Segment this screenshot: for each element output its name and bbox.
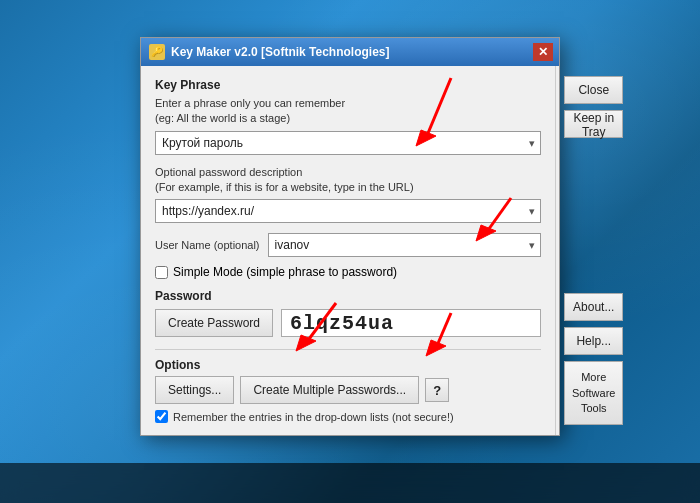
simple-mode-row: Simple Mode (simple phrase to password) <box>155 265 541 279</box>
optional-desc-dropdown-wrapper: https://yandex.ru/ <box>155 199 541 223</box>
titlebar: 🔑 Key Maker v2.0 [Softnik Technologies] … <box>141 38 559 66</box>
about-button[interactable]: About... <box>564 293 623 321</box>
taskbar <box>0 463 700 503</box>
remember-row: Remember the entries in the drop-down li… <box>155 410 541 423</box>
dialog-main-content: Key Phrase Enter a phrase only you can r… <box>141 66 556 436</box>
username-dropdown-wrapper: ivanov <box>268 233 542 257</box>
create-password-button[interactable]: Create Password <box>155 309 273 337</box>
create-multiple-button[interactable]: Create Multiple Passwords... <box>240 376 419 404</box>
help-button[interactable]: Help... <box>564 327 623 355</box>
options-label: Options <box>155 358 541 372</box>
options-buttons-row: Settings... Create Multiple Passwords...… <box>155 376 541 404</box>
dialog-container: 🔑 Key Maker v2.0 [Softnik Technologies] … <box>140 67 560 437</box>
close-x-button[interactable]: ✕ <box>533 43 553 61</box>
remember-checkbox[interactable] <box>155 410 168 423</box>
password-display-field[interactable] <box>281 309 541 337</box>
titlebar-left: 🔑 Key Maker v2.0 [Softnik Technologies] <box>149 44 390 60</box>
simple-mode-checkbox[interactable] <box>155 266 168 279</box>
username-label: User Name (optional) <box>155 238 260 253</box>
close-button[interactable]: Close <box>564 76 623 104</box>
key-phrase-dropdown-wrapper: Крутой пароль <box>155 131 541 155</box>
password-row: Create Password <box>155 309 541 337</box>
more-tools-button[interactable]: MoreSoftwareTools <box>564 361 623 425</box>
remember-label: Remember the entries in the drop-down li… <box>173 411 454 423</box>
simple-mode-label: Simple Mode (simple phrase to password) <box>173 265 397 279</box>
dialog-body: Key Phrase Enter a phrase only you can r… <box>141 66 559 436</box>
app-icon: 🔑 <box>149 44 165 60</box>
help-question-button[interactable]: ? <box>425 378 449 402</box>
optional-desc-desc: Optional password description (For examp… <box>155 165 541 196</box>
key-phrase-label: Key Phrase <box>155 78 541 92</box>
key-phrase-desc: Enter a phrase only you can remember (eg… <box>155 96 541 127</box>
settings-button[interactable]: Settings... <box>155 376 234 404</box>
key-phrase-dropdown[interactable]: Крутой пароль <box>155 131 541 155</box>
optional-desc-dropdown[interactable]: https://yandex.ru/ <box>155 199 541 223</box>
main-dialog: 🔑 Key Maker v2.0 [Softnik Technologies] … <box>140 37 560 437</box>
username-dropdown[interactable]: ivanov <box>268 233 542 257</box>
dialog-title: Key Maker v2.0 [Softnik Technologies] <box>171 45 390 59</box>
dialog-sidebar: Close Keep in Tray About... Help... More… <box>556 66 631 436</box>
options-section: Options Settings... Create Multiple Pass… <box>155 349 541 423</box>
keep-in-tray-button[interactable]: Keep in Tray <box>564 110 623 138</box>
password-section-label: Password <box>155 289 541 303</box>
